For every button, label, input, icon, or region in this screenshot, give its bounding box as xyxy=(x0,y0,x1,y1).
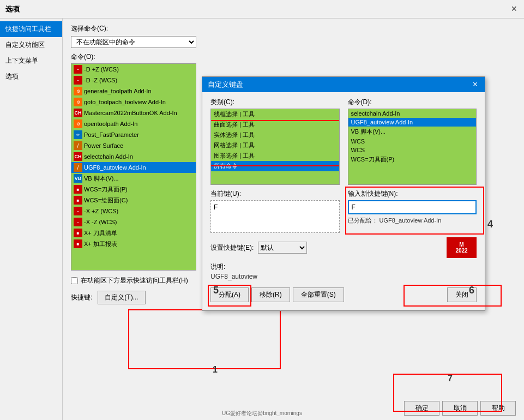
mastercam-logo: M 2022 xyxy=(447,237,477,258)
red-icon: − xyxy=(74,65,82,74)
gear-icon: ⚙ xyxy=(74,119,82,128)
list-item[interactable]: ■ WCS=刀具面(P) xyxy=(71,184,196,195)
list-item[interactable]: ✏ Post_FastParameter xyxy=(71,129,196,140)
new-key-label: 输入新快捷键(N): xyxy=(348,189,477,199)
sidebar-item-context-menu[interactable]: 上下文菜单 xyxy=(0,53,62,69)
red-icon: ■ xyxy=(74,239,82,248)
red-icon: ■ xyxy=(74,185,82,194)
list-item-ugf8[interactable]: / UGF8_autoview Add-In xyxy=(71,162,196,173)
category-listbox[interactable]: 2 线框选择 | 工具 曲面选择 | 工具 实体选择 | 工具 网格选择 | 工… xyxy=(210,109,340,185)
watermark: UG爱好者论坛@bright_mornings xyxy=(222,410,302,417)
dialog-title: 自定义键盘 xyxy=(208,80,243,89)
custom-keyboard-dialog: 自定义键盘 × 类别(C): 2 线框选择 | 工具 曲面选择 | 工具 实体选… xyxy=(202,76,485,311)
red-icon: − xyxy=(74,207,82,215)
description-row: 说明: UGF8_autoview xyxy=(210,262,477,280)
close-button-container: 6 关闭 xyxy=(447,287,477,302)
set-shortcut-select[interactable]: 默认 xyxy=(258,242,307,254)
mastercam-logo-container: M 2022 xyxy=(447,237,477,258)
power-surface-label: Power Surface xyxy=(84,142,123,149)
show-toolbar-checkbox[interactable] xyxy=(71,277,78,284)
red-icon: ■ xyxy=(74,196,82,205)
main-title: 选项 xyxy=(5,4,20,14)
help-button[interactable]: 帮助 xyxy=(480,401,516,416)
dialog-content: 类别(C): 2 线框选择 | 工具 曲面选择 | 工具 实体选择 | 工具 网… xyxy=(202,92,485,310)
command-item[interactable]: WCS=刀具面(P) xyxy=(348,154,477,165)
red-icon: − xyxy=(74,218,82,226)
list-item[interactable]: CH Mastercam2022mButtonOK Add-In xyxy=(71,107,196,118)
red-icon: − xyxy=(74,76,82,85)
assign-button[interactable]: 分配(A) xyxy=(210,287,249,302)
category-label: 类别(C): xyxy=(210,98,340,107)
red-icon: ■ xyxy=(74,229,82,237)
list-item[interactable]: − -D +Z (WCS) xyxy=(71,64,196,75)
slash-icon: / xyxy=(74,141,82,150)
command-listbox[interactable]: 3 selectchain Add-In UGF8_autoview Add-I… xyxy=(348,109,477,185)
confirm-button[interactable]: 确定 xyxy=(404,401,439,416)
sidebar-item-toolbar[interactable]: 快捷访问工具栏 xyxy=(0,21,62,37)
annotation-number-1: 1 xyxy=(213,365,218,375)
bottom-buttons: 7 确定 取消 帮助 xyxy=(404,401,516,416)
description-value: UGF8_autoview xyxy=(210,273,477,280)
gear-icon: ⚙ xyxy=(74,98,82,106)
command-item-ugf8[interactable]: UGF8_autoview Add-In xyxy=(348,118,477,127)
list-item[interactable]: ■ X+ 加工报表 xyxy=(71,238,196,249)
list-item[interactable]: ■ WCS=绘图面(C) xyxy=(71,195,196,206)
slash-icon: / xyxy=(74,163,82,172)
command-item[interactable]: WCS xyxy=(348,146,477,154)
key-row: 当前键(U): F 4 输入新快捷键(N): 已分配给： UGF8_autovi… xyxy=(210,189,477,233)
category-command-row: 类别(C): 2 线框选择 | 工具 曲面选择 | 工具 实体选择 | 工具 网… xyxy=(210,98,477,185)
command-list[interactable]: − -D +Z (WCS) − -D -Z (WCS) ⚙ generate_t… xyxy=(71,63,196,271)
category-item[interactable]: 实体选择 | 工具 xyxy=(211,130,339,140)
dialog-title-bar: 自定义键盘 × xyxy=(202,77,485,92)
main-close-btn[interactable]: × xyxy=(509,3,519,15)
new-key-input[interactable] xyxy=(348,200,477,214)
select-command-label: 选择命令(C): xyxy=(71,24,516,33)
category-col: 类别(C): 2 线框选择 | 工具 曲面选择 | 工具 实体选择 | 工具 网… xyxy=(210,98,340,185)
command-item[interactable]: WCS xyxy=(348,137,477,146)
dialog-close-button[interactable]: × xyxy=(471,80,479,89)
sidebar-item-customize[interactable]: 自定义功能区 xyxy=(0,37,62,53)
list-item[interactable]: CH selectchain Add-In xyxy=(71,151,196,162)
command-list-label: 命令(O): xyxy=(71,52,516,62)
customize-button[interactable]: 自定义(T)... xyxy=(98,291,145,304)
category-item[interactable]: 网格选择 | 工具 xyxy=(211,140,339,151)
category-item[interactable]: 线框选择 | 工具 xyxy=(211,109,339,119)
list-item[interactable]: ■ X+ 刀具清单 xyxy=(71,227,196,238)
gear-icon: ⚙ xyxy=(74,87,82,95)
shortcut-label: 快捷键: xyxy=(71,293,92,302)
command-item[interactable]: selectchain Add-In xyxy=(348,109,477,118)
annotation-number-7: 7 xyxy=(448,374,453,383)
list-item[interactable]: − -D -Z (WCS) xyxy=(71,75,196,86)
reset-all-button[interactable]: 全部重置(S) xyxy=(293,287,344,302)
assigned-to-label: 已分配给： xyxy=(348,217,378,224)
dialog-bottom-buttons: 5 分配(A) 移除(R) 全部重置(S) 6 关闭 xyxy=(210,285,477,305)
set-shortcut-label: 设置快捷键(E): xyxy=(210,243,254,253)
list-item[interactable]: − -X +Z (WCS) xyxy=(71,206,196,217)
list-item[interactable]: ⚙ goto_toolpach_toolview Add-In xyxy=(71,97,196,107)
cancel-button[interactable]: 取消 xyxy=(442,401,478,416)
list-item[interactable]: ⚙ opentoolpath Add-In xyxy=(71,118,196,129)
command-col: 命令(D): 3 selectchain Add-In UGF8_autovie… xyxy=(348,98,477,185)
category-item-all-commands[interactable]: 所有命令 xyxy=(211,161,339,171)
left-buttons: 5 分配(A) 移除(R) 全部重置(S) xyxy=(210,287,344,302)
description-label: 说明: xyxy=(210,262,477,272)
command-filter-select[interactable]: 不在功能区中的命令 xyxy=(71,36,196,48)
category-item[interactable]: 图形选择 | 工具 xyxy=(211,151,339,161)
assigned-to-section: 已分配给： UGF8_autoview Add-In xyxy=(348,217,477,225)
show-toolbar-label: 在功能区下方显示快速访问工具栏(H) xyxy=(81,276,188,285)
command-item[interactable]: VB 脚本(V)... xyxy=(348,127,477,137)
category-item[interactable]: 曲面选择 | 工具 xyxy=(211,119,339,130)
vb-icon: VB xyxy=(74,174,82,183)
current-key-label: 当前键(U): xyxy=(210,189,340,199)
close-dialog-button[interactable]: 关闭 xyxy=(447,287,477,302)
command-label: 命令(D): xyxy=(348,98,477,107)
set-shortcut-row: 设置快捷键(E): 默认 M 2022 xyxy=(210,237,477,258)
list-item-power-surface[interactable]: / Power Surface xyxy=(71,140,196,151)
main-title-bar: 选项 × xyxy=(0,0,524,19)
ch-icon: CH xyxy=(74,152,82,161)
list-item[interactable]: VB VB 脚本(V)... xyxy=(71,173,196,184)
list-item[interactable]: − -X -Z (WCS) xyxy=(71,217,196,227)
sidebar-item-options[interactable]: 选项 xyxy=(0,69,62,85)
list-item[interactable]: ⚙ generate_toolpath Add-In xyxy=(71,86,196,97)
remove-button[interactable]: 移除(R) xyxy=(251,287,290,302)
